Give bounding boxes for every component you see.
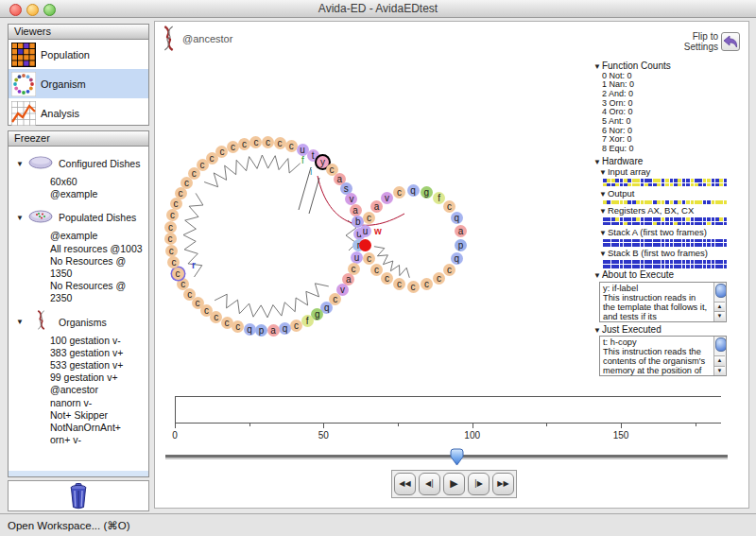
hardware-section-header: ▼Registers AX, BX, CX (599, 205, 735, 216)
flow-label-f: f (301, 155, 304, 165)
axis-tick-label: 0 (163, 430, 186, 441)
timeline-frame-top (175, 396, 721, 397)
freezer-group-label: Organisms (59, 317, 107, 328)
hardware-header: ▼Hardware (593, 156, 735, 167)
dna-icon (161, 26, 177, 55)
freezer-group-configured-dishes[interactable]: ▼Configured Dishes (9, 153, 148, 174)
offspring-genome-letter: c (443, 264, 455, 276)
disclosure-triangle-icon[interactable]: ▼ (593, 326, 601, 335)
freezer-item[interactable]: NotNanOrnAnt+ (50, 422, 148, 434)
freezer-item[interactable]: 60x60 (50, 176, 148, 188)
disclosure-triangle-icon[interactable]: ▼ (16, 160, 27, 168)
about-to-execute-scrollbar[interactable]: ▲▼ (713, 283, 726, 321)
viewers-panel: Viewers PopulationOrganismAnalysis (8, 24, 149, 126)
app-window: Avida-ED - AvidaEDtest Viewers Populatio… (0, 0, 756, 536)
parent-genome-letter: c (290, 320, 302, 332)
freezer-group-populated-dishes[interactable]: ▼Populated Dishes (9, 207, 148, 228)
viewer-item-population[interactable]: Population (9, 40, 148, 69)
freezer-item[interactable]: 383 gestation v+ (50, 347, 148, 359)
step-back-button[interactable]: ◀| (419, 473, 440, 495)
scroll-up-icon[interactable]: ▲ (714, 302, 725, 312)
parent-genome-letter: c (221, 317, 233, 329)
function-counts-header: ▼Function Counts (593, 61, 735, 72)
fast-forward-button[interactable]: ▶▶ (492, 473, 514, 495)
petri-dish-icon (27, 155, 54, 173)
offspring-genome-letter: c (363, 252, 375, 265)
titlebar: Avida-ED - AvidaEDtest (0, 0, 756, 18)
status-text: Open Workspace... (⌘O) (8, 519, 130, 532)
viewers-list: PopulationOrganismAnalysis (9, 40, 148, 128)
time-slider-thumb[interactable] (449, 448, 465, 467)
scroll-up-icon[interactable]: ▲ (714, 355, 725, 366)
freezer-group-organisms[interactable]: ▼Organisms (9, 312, 148, 333)
freezer-panel: Freezer ▼Configured Dishes60x60@example▼… (8, 130, 149, 477)
play-button[interactable]: ▶ (443, 473, 465, 495)
freezer-item[interactable]: nanorn v- (50, 397, 148, 409)
disclosure-triangle-icon[interactable]: ▼ (599, 168, 607, 177)
freezer-item[interactable]: No Resources @ 2350 (50, 280, 148, 304)
offspring-genome-letter: v (381, 192, 393, 204)
bit-strip (603, 199, 735, 204)
disclosure-triangle-icon[interactable]: ▼ (16, 214, 27, 222)
axis-tick-label: 100 (461, 430, 484, 441)
trash-icon[interactable] (69, 496, 88, 512)
organism-name: @ancestor (182, 33, 232, 44)
freezer-item[interactable]: @example (50, 230, 148, 242)
offspring-genome-letter: c (370, 264, 383, 276)
freezer-panel-header: Freezer (9, 131, 148, 147)
disclosure-triangle-icon[interactable]: ▼ (16, 318, 27, 326)
bit-strip (603, 216, 735, 225)
freezer-item[interactable]: 533 gestation v+ (50, 359, 148, 372)
viewer-item-organism[interactable]: Organism (9, 69, 148, 98)
axis-major-tick (175, 424, 176, 428)
offspring-genome-letter: c (407, 281, 420, 293)
about-to-execute-box: y: if-labelThis instruction reads inthe … (599, 282, 727, 322)
disclosure-triangle-icon[interactable]: ▼ (593, 158, 601, 166)
parent-genome-letter: c (274, 137, 286, 149)
analysis-icon (11, 101, 36, 126)
step-forward-button[interactable]: |▶ (468, 473, 490, 495)
freezer-item[interactable]: orn+ v- (50, 434, 148, 446)
rewind-button[interactable]: ◀◀ (394, 473, 416, 495)
disclosure-triangle-icon[interactable]: ▼ (599, 229, 607, 237)
scrollbar-thumb[interactable] (715, 337, 727, 352)
freezer-item[interactable]: @example (50, 188, 148, 200)
freezer-group-label: Configured Dishes (59, 158, 140, 169)
bit-strip (603, 237, 735, 246)
freezer-item[interactable]: All resources @1003 (50, 243, 148, 255)
disclosure-triangle-icon[interactable]: ▼ (599, 207, 607, 216)
axis-major-tick (472, 424, 473, 428)
just-executed-scrollbar[interactable]: ▲▼ (713, 337, 726, 375)
freezer-item[interactable]: 100 gestation v- (50, 335, 148, 347)
dna-icon (27, 310, 54, 334)
bit-strip (603, 259, 735, 268)
time-slider-track[interactable] (165, 455, 728, 459)
window-title: Avida-ED - AvidaEDtest (0, 2, 756, 15)
disclosure-triangle-icon[interactable]: ▼ (593, 62, 601, 71)
freezer-item[interactable]: 99 gestation v+ (50, 372, 148, 384)
flip-to-settings-label: Flip to Settings (662, 31, 718, 52)
freezer-item[interactable]: Not+ Skipper (50, 409, 148, 422)
disclosure-triangle-icon[interactable]: ▼ (599, 250, 607, 258)
disclosure-triangle-icon[interactable]: ▼ (599, 190, 607, 199)
offspring-genome-letter: p (455, 239, 467, 251)
flow-label-i: i (310, 166, 312, 177)
freezer-item[interactable]: @ancestor (50, 384, 148, 396)
just-executed-box: t: h-copyThis instruction reads theconte… (599, 336, 727, 376)
freezer-item[interactable]: No Resources @ 1350 (50, 255, 148, 280)
freezer-bottom-accent (9, 471, 148, 476)
disclosure-triangle-icon[interactable]: ▼ (593, 271, 601, 280)
freezer-list: ▼Configured Dishes60x60@example▼Populate… (9, 153, 148, 446)
viewer-item-analysis[interactable]: Analysis (9, 98, 148, 128)
axis-minor-tick (696, 424, 696, 426)
hardware-section-header: ▼Input array (599, 166, 735, 177)
scroll-down-icon[interactable]: ▼ (714, 311, 725, 321)
axis-major-tick (621, 424, 622, 428)
flip-to-settings-button[interactable] (721, 32, 740, 51)
parent-genome-letter: a (267, 324, 280, 337)
scrollbar-thumb[interactable] (715, 284, 727, 298)
scroll-down-icon[interactable]: ▼ (714, 366, 725, 376)
viewers-panel-header: Viewers (9, 25, 148, 40)
about-to-execute-header: ▼About to Execute (593, 269, 735, 281)
populated-dish-icon (27, 209, 54, 227)
